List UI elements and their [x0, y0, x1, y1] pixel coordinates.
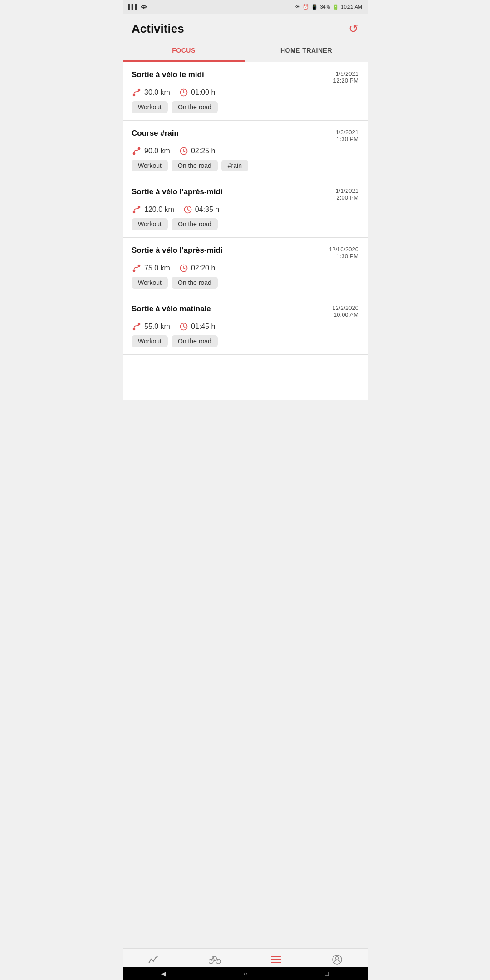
duration-stat: 01:00 h	[179, 88, 215, 97]
distance-stat: 120.0 km	[132, 205, 174, 215]
activity-stats: 55.0 km 01:45 h	[132, 322, 358, 332]
tag: Workout	[132, 160, 168, 172]
duration-stat: 04:35 h	[183, 205, 219, 214]
duration-stat: 01:45 h	[179, 322, 215, 331]
activity-row-top: Sortie à vélo l'après-midi 1/1/20212:00 …	[132, 187, 358, 201]
activity-date: 12/2/202010:00 AM	[332, 304, 358, 318]
header: Activities ↺	[122, 14, 368, 40]
refresh-button[interactable]: ↺	[348, 22, 358, 36]
tab-home-trainer[interactable]: HOME TRAINER	[245, 40, 368, 62]
activity-date: 12/10/20201:30 PM	[329, 246, 358, 260]
activity-title: Sortie à vélo l'après-midi	[132, 187, 331, 196]
activity-item-1[interactable]: Sortie à vélo le midi 1/5/202112:20 PM 3…	[122, 62, 368, 121]
svg-point-0	[133, 94, 136, 97]
activity-row-top: Sortie à vélo le midi 1/5/202112:20 PM	[132, 70, 358, 84]
alarm-icon: ⏰	[303, 4, 309, 10]
distance-value: 120.0 km	[144, 206, 174, 214]
activity-item-2[interactable]: Course #rain 1/3/20211:30 PM 90.0 km	[122, 121, 368, 179]
route-icon	[132, 263, 142, 273]
tag: On the road	[172, 160, 218, 172]
activity-stats: 30.0 km 01:00 h	[132, 88, 358, 98]
status-right: 👁 ⏰ 📳 34% 🔋 10:22 AM	[295, 4, 362, 10]
vibrate-icon: 📳	[311, 4, 318, 10]
tag: On the road	[172, 277, 218, 289]
distance-stat: 30.0 km	[132, 88, 170, 98]
activity-tags: WorkoutOn the road	[132, 218, 358, 230]
activity-stats: 120.0 km 04:35 h	[132, 205, 358, 215]
activity-tags: WorkoutOn the road	[132, 277, 358, 289]
eye-icon: 👁	[295, 4, 300, 10]
tag: Workout	[132, 277, 168, 289]
duration-stat: 02:25 h	[179, 147, 215, 156]
activity-row-top: Course #rain 1/3/20211:30 PM	[132, 129, 358, 142]
duration-value: 01:00 h	[191, 88, 215, 97]
distance-value: 75.0 km	[144, 264, 170, 272]
activity-tags: WorkoutOn the road#rain	[132, 160, 358, 172]
duration-value: 02:25 h	[191, 147, 215, 155]
activity-date: 1/5/202112:20 PM	[333, 70, 358, 84]
activity-item-4[interactable]: Sortie à vélo l'après-midi 12/10/20201:3…	[122, 238, 368, 296]
activity-item-5[interactable]: Sortie à vélo matinale 12/2/202010:00 AM…	[122, 296, 368, 355]
duration-value: 02:20 h	[191, 264, 215, 272]
clock-icon	[179, 147, 188, 156]
status-bar: ▌▌▌ 👁 ⏰ 📳 34% 🔋 10:22 AM	[122, 0, 368, 14]
tag: Workout	[132, 335, 168, 347]
activity-date: 1/1/20212:00 PM	[335, 187, 358, 201]
route-icon	[132, 88, 142, 98]
tab-focus[interactable]: FOCUS	[122, 40, 245, 62]
activity-title: Sortie à vélo matinale	[132, 304, 328, 314]
distance-value: 55.0 km	[144, 323, 170, 331]
battery-icon: 🔋	[333, 4, 339, 10]
page-title: Activities	[132, 22, 184, 36]
battery-percent: 34%	[320, 4, 330, 10]
svg-point-9	[133, 270, 136, 272]
tab-bar: FOCUS HOME TRAINER	[122, 40, 368, 62]
tag: Workout	[132, 101, 168, 113]
activity-date: 1/3/20211:30 PM	[335, 129, 358, 142]
time-display: 10:22 AM	[341, 4, 362, 10]
activity-item-3[interactable]: Sortie à vélo l'après-midi 1/1/20212:00 …	[122, 179, 368, 238]
activity-stats: 75.0 km 02:20 h	[132, 263, 358, 273]
activity-title: Course #rain	[132, 129, 331, 138]
tag: On the road	[172, 335, 218, 347]
clock-icon	[179, 322, 188, 331]
activity-list: Sortie à vélo le midi 1/5/202112:20 PM 3…	[122, 62, 368, 400]
activity-row-top: Sortie à vélo matinale 12/2/202010:00 AM	[132, 304, 358, 318]
tag: On the road	[172, 218, 218, 230]
svg-point-6	[133, 211, 136, 214]
tag: #rain	[221, 160, 248, 172]
clock-icon	[179, 88, 188, 97]
route-icon	[132, 205, 142, 215]
status-left: ▌▌▌	[128, 4, 147, 10]
tag: Workout	[132, 218, 168, 230]
route-icon	[132, 322, 142, 332]
route-icon	[132, 146, 142, 156]
activity-row-top: Sortie à vélo l'après-midi 12/10/20201:3…	[132, 246, 358, 260]
activity-stats: 90.0 km 02:25 h	[132, 146, 358, 156]
svg-point-3	[133, 152, 136, 155]
clock-icon	[183, 205, 192, 214]
distance-value: 90.0 km	[144, 147, 170, 155]
wifi-icon	[140, 4, 147, 10]
distance-stat: 90.0 km	[132, 146, 170, 156]
clock-icon	[179, 264, 188, 273]
duration-value: 01:45 h	[191, 323, 215, 331]
svg-point-12	[133, 328, 136, 331]
activity-tags: WorkoutOn the road	[132, 335, 358, 347]
distance-value: 30.0 km	[144, 88, 170, 97]
distance-stat: 75.0 km	[132, 263, 170, 273]
tag: On the road	[172, 101, 218, 113]
activity-title: Sortie à vélo l'après-midi	[132, 246, 324, 255]
activity-title: Sortie à vélo le midi	[132, 70, 328, 79]
duration-stat: 02:20 h	[179, 264, 215, 273]
duration-value: 04:35 h	[195, 206, 219, 214]
signal-icon: ▌▌▌	[128, 4, 138, 10]
activity-tags: WorkoutOn the road	[132, 101, 358, 113]
distance-stat: 55.0 km	[132, 322, 170, 332]
